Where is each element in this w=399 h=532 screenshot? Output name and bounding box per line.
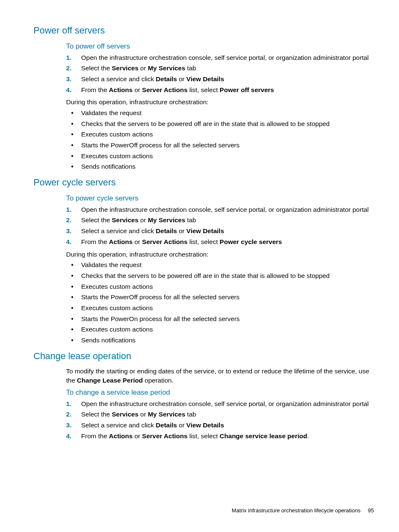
step-bold: Details — [156, 227, 177, 234]
step-bold: My Services — [148, 411, 185, 418]
steps-power-cycle: Open the infrastructure orchestration co… — [66, 205, 374, 247]
list-item: Executes custom actions — [81, 325, 374, 334]
step-bold: Actions — [109, 238, 133, 245]
subheading-to-power-off-servers: To power off servers — [66, 41, 374, 51]
step-text: From the — [81, 238, 109, 245]
step-bold: Services — [112, 64, 138, 72]
step-bold: My Services — [148, 216, 185, 224]
step-text: or — [177, 421, 186, 429]
step-item: Select a service and click Details or Vi… — [81, 226, 374, 236]
heading-power-off-servers: Power off servers — [33, 24, 374, 37]
step-text: or — [138, 216, 148, 224]
list-item: Executes custom actions — [81, 152, 374, 161]
list-item: Executes custom actions — [81, 130, 374, 139]
step-text: From the — [81, 432, 109, 439]
heading-power-cycle-servers: Power cycle servers — [33, 176, 374, 189]
list-item: Executes custom actions — [81, 282, 374, 291]
step-bold: View Details — [187, 227, 224, 234]
step-item: Select a service and click Details or Vi… — [81, 75, 374, 84]
step-text: Open the infrastructure orchestration co… — [81, 54, 369, 61]
bullet-list-power-off: Validates the request Checks that the se… — [66, 108, 374, 171]
step-text: Select a service and click — [81, 421, 156, 429]
step-item: Open the infrastructure orchestration co… — [81, 399, 374, 409]
step-bold: Services — [112, 411, 138, 418]
step-text: tab — [185, 64, 196, 72]
step-bold: Details — [156, 421, 177, 429]
step-item: Select the Services or My Services tab — [81, 64, 374, 73]
step-text: or — [138, 64, 148, 72]
step-bold: View Details — [187, 421, 224, 429]
list-item: Checks that the servers to be powered of… — [81, 271, 374, 280]
page-footer: Matrix infrastructure orchestration life… — [232, 507, 374, 514]
list-item: Starts the PowerOff process for all the … — [81, 293, 374, 302]
lead-paragraph: During this operation, infrastructure or… — [66, 250, 374, 259]
list-item: Sends notifications — [81, 162, 374, 171]
step-item: Select the Services or My Services tab — [81, 410, 374, 419]
step-text: tab — [185, 216, 196, 224]
step-text: Select the — [81, 216, 112, 224]
step-text: Select the — [81, 64, 112, 72]
page-number: 95 — [368, 507, 374, 514]
step-bold: Power off servers — [220, 86, 274, 93]
list-item: Validates the request — [81, 108, 374, 118]
step-text: or — [177, 75, 186, 82]
intro-text: operation. — [143, 377, 174, 384]
step-text: Select a service and click — [81, 75, 156, 82]
steps-change-lease: Open the infrastructure orchestration co… — [66, 399, 374, 441]
step-text: Open the infrastructure orchestration co… — [81, 400, 369, 407]
step-bold: Services — [112, 216, 138, 224]
step-text: Select a service and click — [81, 227, 156, 234]
step-item: Open the infrastructure orchestration co… — [81, 53, 374, 62]
step-bold: Actions — [109, 432, 133, 439]
document-page: Power off servers To power off servers O… — [0, 0, 399, 532]
step-text: list, select — [187, 86, 220, 93]
step-bold: Server Actions — [142, 432, 188, 439]
lead-paragraph: During this operation, infrastructure or… — [66, 98, 374, 107]
step-text: From the — [81, 86, 109, 93]
step-item: From the Actions or Server Actions list,… — [81, 237, 374, 247]
step-item: From the Actions or Server Actions list,… — [81, 85, 374, 95]
step-text: Select the — [81, 411, 112, 418]
step-bold: Change service lease period — [220, 432, 307, 439]
intro-bold: Change Lease Period — [77, 377, 143, 384]
list-item: Executes custom actions — [81, 303, 374, 313]
subheading-to-change-lease: To change a service lease period — [66, 388, 374, 398]
step-text: list, select — [187, 432, 220, 439]
intro-paragraph: To modify the starting or ending dates o… — [66, 367, 374, 385]
bullet-list-power-cycle: Validates the request Checks that the se… — [66, 260, 374, 345]
step-text: or — [133, 238, 142, 245]
step-bold: View Details — [187, 75, 224, 82]
step-bold: My Services — [148, 64, 185, 72]
list-item: Sends notifications — [81, 336, 374, 345]
step-bold: Details — [156, 75, 177, 82]
step-text: or — [138, 411, 148, 418]
step-bold: Actions — [109, 86, 133, 93]
step-text: list, select — [187, 238, 220, 245]
step-item: Open the infrastructure orchestration co… — [81, 205, 374, 214]
list-item: Starts the PowerOff process for all the … — [81, 141, 374, 150]
step-bold: Power cycle servers — [220, 238, 282, 245]
step-item: From the Actions or Server Actions list,… — [81, 432, 374, 441]
step-text: tab — [185, 411, 196, 418]
step-text: or — [133, 432, 142, 439]
step-item: Select a service and click Details or Vi… — [81, 421, 374, 430]
step-text: or — [133, 86, 142, 93]
steps-power-off: Open the infrastructure orchestration co… — [66, 53, 374, 95]
footer-text: Matrix infrastructure orchestration life… — [232, 507, 361, 514]
step-bold: Server Actions — [142, 238, 188, 245]
subheading-to-power-cycle-servers: To power cycle servers — [66, 193, 374, 203]
step-bold: Server Actions — [142, 86, 188, 93]
list-item: Validates the request — [81, 260, 374, 270]
heading-change-lease-operation: Change lease operation — [33, 350, 374, 363]
step-text: . — [307, 432, 309, 439]
step-item: Select the Services or My Services tab — [81, 216, 374, 225]
step-text: or — [177, 227, 186, 234]
list-item: Checks that the servers to be powered of… — [81, 119, 374, 129]
list-item: Starts the PowerOn process for all the s… — [81, 314, 374, 324]
step-text: Open the infrastructure orchestration co… — [81, 206, 369, 213]
